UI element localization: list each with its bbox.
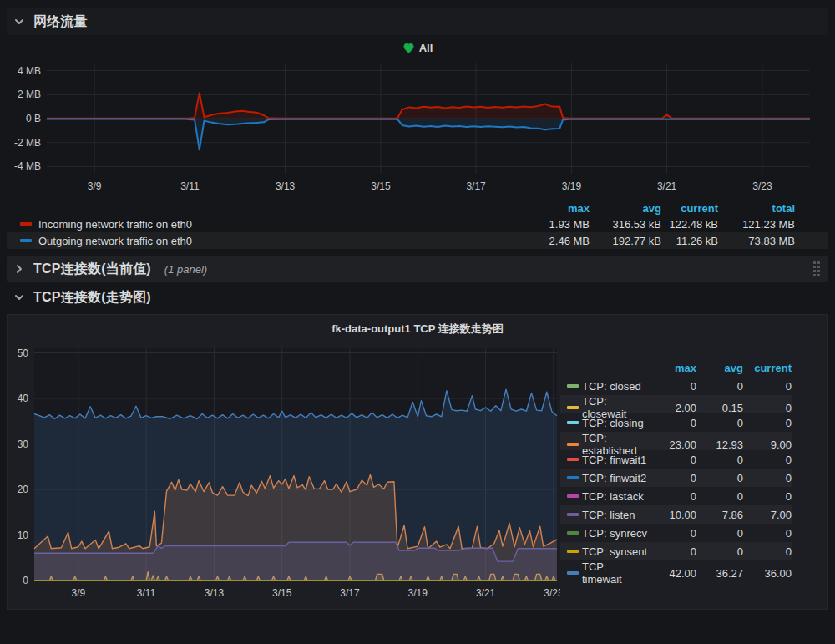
- legend-stat-value: 0: [648, 454, 696, 466]
- series-color-swatch-icon[interactable]: [567, 443, 579, 446]
- x-axis-tick-label: 3/23: [752, 180, 772, 192]
- row-header-network[interactable]: 网络流量: [7, 8, 828, 35]
- chevron-down-icon: [13, 292, 25, 303]
- legend-row: TCP: listen10.007.867.00: [560, 505, 792, 524]
- legend-row: TCP: closewait2.000.150: [560, 395, 792, 413]
- tcp-panel-title[interactable]: fk-data-output1 TCP 连接数走势图: [8, 320, 827, 338]
- series-fill: [47, 93, 810, 119]
- legend-sort-header[interactable]: avg: [590, 202, 661, 215]
- series-name-text: Incoming network traffic on eth0: [38, 218, 192, 231]
- x-axis-tick-label: 3/15: [272, 587, 292, 599]
- series-color-swatch-icon[interactable]: [567, 571, 579, 575]
- series-name[interactable]: TCP: finwait1: [582, 454, 648, 466]
- series-name[interactable]: TCP: timewait: [582, 560, 648, 586]
- legend-stat-value: 0: [696, 472, 743, 484]
- legend-sort-header[interactable]: total: [718, 202, 795, 215]
- legend-stat-value: 7.00: [743, 509, 792, 521]
- legend-row: TCP: closing000: [560, 413, 792, 432]
- legend-stat-value: 0: [696, 380, 743, 393]
- series-name[interactable]: TCP: finwait2: [582, 472, 648, 484]
- legend-sort-header[interactable]: current: [743, 362, 792, 374]
- series-color-swatch-icon[interactable]: [567, 406, 579, 409]
- legend-stat-value: 0: [648, 380, 696, 393]
- network-chart-svg[interactable]: 4 MB2 MB0 B-2 MB-4 MB3/93/113/133/153/17…: [7, 57, 828, 197]
- y-axis-tick-label: 0 B: [26, 113, 41, 124]
- legend-header-row: maxavgcurrenttotal: [7, 200, 828, 216]
- network-legend-table: maxavgcurrenttotalIncoming network traff…: [7, 200, 828, 249]
- legend-stat-value: 73.83 MB: [718, 235, 795, 247]
- series-color-swatch-icon[interactable]: [567, 513, 579, 516]
- legend-row: TCP: closed000: [560, 377, 792, 395]
- y-axis-tick-label: -4 MB: [14, 160, 41, 172]
- x-axis-tick-label: 3/19: [408, 587, 428, 599]
- series-name[interactable]: Incoming network traffic on eth0: [20, 218, 523, 231]
- series-name[interactable]: TCP: lastack: [582, 490, 648, 503]
- row-title-tcp-current: TCP连接数(当前值): [33, 261, 151, 278]
- legend-stat-value: 0: [696, 545, 743, 558]
- legend-row: Outgoing network traffic on eth02.46 MB1…: [7, 232, 828, 249]
- series-color-swatch-icon[interactable]: [567, 550, 579, 553]
- legend-sort-header[interactable]: avg: [696, 362, 743, 374]
- legend-stat-value: 0: [743, 527, 792, 540]
- legend-stat-value: 0: [648, 417, 696, 429]
- x-axis-tick-label: 3/23: [544, 587, 560, 599]
- legend-stat-value: 316.53 kB: [590, 218, 661, 231]
- legend-row: TCP: synsent000: [560, 542, 792, 560]
- x-axis-tick-label: 3/21: [657, 180, 677, 192]
- x-axis-tick-label: 3/9: [88, 180, 102, 192]
- series-name[interactable]: TCP: listen: [582, 509, 648, 521]
- series-color-swatch-icon[interactable]: [20, 239, 32, 242]
- series-name[interactable]: TCP: synrecv: [582, 527, 648, 540]
- legend-stat-value: 121.23 MB: [718, 218, 795, 231]
- series-name[interactable]: TCP: closing: [582, 417, 648, 429]
- legend-stat-value: 42.00: [648, 567, 696, 580]
- series-name[interactable]: TCP: synsent: [582, 545, 648, 558]
- series-name[interactable]: Outgoing network traffic on eth0: [20, 235, 523, 247]
- legend-stat-value: 0: [743, 472, 792, 484]
- legend-stat-value: 36.27: [696, 567, 743, 580]
- legend-header-row: maxavgcurrent: [560, 358, 792, 377]
- row-header-tcp-current[interactable]: TCP连接数(当前值) (1 panel): [7, 256, 828, 282]
- legend-stat-value: 0: [648, 472, 696, 484]
- y-axis-tick-label: 2 MB: [18, 89, 41, 100]
- series-color-swatch-icon[interactable]: [20, 222, 32, 226]
- tcp-chart-svg[interactable]: 010203040503/93/113/133/153/173/193/213/…: [8, 338, 560, 614]
- legend-stat-value: 0.15: [696, 402, 743, 414]
- y-axis-tick-label: 50: [18, 347, 29, 359]
- network-panel-title[interactable]: All: [7, 38, 828, 57]
- legend-row: TCP: established23.0012.939.00: [560, 432, 792, 450]
- series-color-swatch-icon[interactable]: [567, 421, 579, 424]
- legend-row: TCP: timewait42.0036.2736.00: [560, 560, 792, 579]
- y-axis-tick-label: 40: [18, 393, 29, 404]
- legend-stat-value: 0: [648, 490, 696, 503]
- series-color-swatch-icon[interactable]: [567, 531, 579, 535]
- row-drag-handle-icon[interactable]: [813, 261, 820, 276]
- series-color-swatch-icon[interactable]: [567, 476, 579, 479]
- series-name[interactable]: TCP: closed: [582, 380, 648, 393]
- legend-sort-header[interactable]: current: [661, 202, 718, 215]
- legend-stat-value: 0: [696, 490, 743, 503]
- x-axis-tick-label: 3/21: [476, 587, 496, 599]
- y-axis-tick-label: 0: [23, 575, 28, 586]
- series-color-swatch-icon[interactable]: [567, 494, 579, 498]
- legend-stat-value: 0: [743, 402, 792, 414]
- series-color-swatch-icon[interactable]: [567, 384, 579, 388]
- x-axis-tick-label: 3/13: [205, 587, 225, 599]
- legend-stat-value: 36.00: [743, 567, 792, 580]
- x-axis-tick-label: 3/15: [371, 180, 391, 192]
- legend-sort-header[interactable]: max: [648, 362, 696, 374]
- legend-stat-value: 23.00: [648, 439, 696, 451]
- y-axis-tick-label: 4 MB: [18, 65, 41, 77]
- row-header-tcp-trend[interactable]: TCP连接数(走势图): [7, 284, 828, 311]
- legend-sort-header[interactable]: max: [523, 202, 590, 215]
- legend-stat-value: 0: [743, 454, 792, 466]
- series-color-swatch-icon[interactable]: [567, 458, 579, 461]
- x-axis-tick-label: 3/11: [180, 180, 200, 192]
- x-axis-tick-label: 3/13: [276, 180, 296, 192]
- x-axis-tick-label: 3/9: [71, 587, 85, 599]
- legend-stat-value: 2.00: [648, 402, 696, 414]
- legend-stat-value: 7.86: [696, 509, 743, 521]
- series-name-text: Outgoing network traffic on eth0: [38, 235, 192, 247]
- legend-stat-value: 1.93 MB: [523, 218, 590, 231]
- network-traffic-panel: All 4 MB2 MB0 B-2 MB-4 MB3/93/113/133/15…: [7, 37, 828, 254]
